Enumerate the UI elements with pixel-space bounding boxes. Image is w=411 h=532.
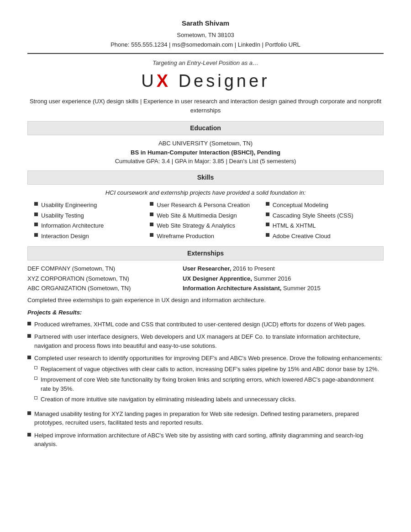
bullet-square-icon [266,213,269,216]
skill-item: Conceptual Modeling [266,201,377,210]
bullet-main-text: Helped improve information architecture … [34,432,363,448]
project-bullet: Partnered with user interface designers,… [27,332,384,350]
skill-label: Information Architecture [41,221,104,230]
skill-label: User Research & Persona Creation [157,201,250,210]
skills-columns: Usability EngineeringUsability TestingIn… [27,201,384,242]
bullet-square-icon [266,202,269,206]
skill-label: Web Site Strategy & Analytics [157,221,235,230]
skills-list-1: Usability EngineeringUsability TestingIn… [34,201,145,240]
bullet-square-icon [27,433,31,436]
sub-bullet-text: Replacement of vague objectives with cle… [41,365,379,374]
ext-role-bold: Information Architecture Assistant, [183,285,281,292]
bullet-text: Completed user research to identify oppo… [34,354,384,406]
skill-label: Wireframe Production [157,232,214,241]
sub-bullet: Replacement of vague objectives with cle… [34,365,384,374]
bullet-main-text: Completed user research to identify oppo… [34,355,382,362]
skill-item: Cascading Style Sheets (CSS) [266,211,377,220]
bullet-square-icon [150,202,153,206]
bullet-square-icon [150,223,153,226]
bullet-main-text: Managed usability testing for XYZ landin… [34,410,359,426]
edu-school: ABC UNIVERSITY (Sometown, TN) [27,139,384,148]
bullet-square-icon [34,213,38,216]
sub-bullet-text: Improvement of core Web site functionali… [41,375,384,393]
skill-label: HTML & XHTML [273,221,316,230]
bullet-square-icon [27,334,31,338]
bullet-text: Partnered with user interface designers,… [34,332,384,350]
tagline-text: Targeting an Entry-Level Position as a… [27,59,384,68]
ext-role-rest: Summer 2016 [252,275,291,282]
skill-item: Wireframe Production [150,232,261,241]
skill-item: Adobe Creative Cloud [266,232,377,241]
bullet-square-icon [266,233,269,237]
sub-bullet-text: Creation of more intuitive site navigati… [41,395,296,404]
bullet-square-icon [34,233,38,237]
bullet-square-icon [150,213,153,216]
ux-title: UX Designer [27,68,384,94]
bullet-square-icon [27,322,31,325]
projects-header: Projects & Results: [27,308,384,317]
header-divider [27,53,384,54]
externship-row: XYZ CORPORATION (Sometown, TN)UX Designe… [27,274,384,283]
project-bullet: Completed user research to identify oppo… [27,354,384,406]
skill-item: Usability Engineering [34,201,145,210]
externship-row: DEF COMPANY (Sometown, TN)User Researche… [27,264,384,273]
skill-label: Cascading Style Sheets (CSS) [273,211,353,220]
bullet-main-text: Partnered with user interface designers,… [34,333,360,349]
sub-bullets-list: Replacement of vague objectives with cle… [34,365,384,404]
skills-col-2: User Research & Persona CreationWeb Site… [148,201,263,242]
sub-bullet-square-icon [34,377,37,380]
skill-item: Information Architecture [34,221,145,230]
skills-section-header: Skills [27,170,384,185]
title-x: X [157,71,171,90]
candidate-name: Sarath Shivam [27,18,384,29]
ext-role-bold: UX Designer Apprentice, [183,275,252,282]
title-designer: Designer [171,71,270,90]
projects-bullets-list: Produced wireframes, XHTML code and CSS … [27,320,384,449]
bullet-square-icon [27,356,31,359]
project-bullet: Helped improve information architecture … [27,431,384,449]
bullet-square-icon [34,202,38,206]
ext-role: User Researcher, 2016 to Present [183,264,384,273]
skill-label: Usability Testing [41,211,84,220]
bullet-text: Produced wireframes, XHTML code and CSS … [34,320,384,329]
skills-col-1: Usability EngineeringUsability TestingIn… [32,201,148,242]
skill-item: HTML & XHTML [266,221,377,230]
skill-label: Web Site & Multimedia Design [157,211,237,220]
ext-role: UX Designer Apprentice, Summer 2016 [183,274,384,283]
edu-degree: BS in Human-Computer Interaction (BSHCI)… [27,148,384,157]
externship-row: ABC ORGANIZATION (Sometown, TN)Informati… [27,284,384,293]
skill-label: Conceptual Modeling [273,201,328,210]
project-bullet: Managed usability testing for XYZ landin… [27,410,384,427]
project-bullet: Produced wireframes, XHTML code and CSS … [27,320,384,329]
skill-item: Usability Testing [34,211,145,220]
bullet-main-text: Produced wireframes, XHTML code and CSS … [34,321,366,328]
candidate-location: Sometown, TN 38103 [27,31,384,40]
candidate-contact: Phone: 555.555.1234 | ms@somedomain.com … [27,40,384,49]
ext-role-bold: User Researcher, [183,265,231,272]
sub-bullet-square-icon [34,366,37,369]
bullet-square-icon [27,411,31,415]
sub-bullet-square-icon [34,396,37,399]
skills-intro: HCI coursework and externship projects h… [27,188,384,197]
ux-subtitle: Strong user experience (UX) design skill… [27,97,384,115]
bullet-text: Managed usability testing for XYZ landin… [34,410,384,427]
edu-gpa: Cumulative GPA: 3.4 | GPA in Major: 3.85… [27,157,384,166]
sub-bullet: Improvement of core Web site functionali… [34,375,384,393]
skills-list-2: User Research & Persona CreationWeb Site… [150,201,261,240]
ext-role: Information Architecture Assistant, Summ… [183,284,384,293]
bullet-square-icon [266,223,269,226]
skill-item: User Research & Persona Creation [150,201,261,210]
resume-header: Sarath Shivam Sometown, TN 38103 Phone: … [27,18,384,49]
externships-table: DEF COMPANY (Sometown, TN)User Researche… [27,264,384,293]
sub-bullet: Creation of more intuitive site navigati… [34,395,384,404]
skill-item: Web Site Strategy & Analytics [150,221,261,230]
title-u: U [141,71,156,90]
ext-role-rest: 2016 to Present [231,265,274,272]
bullet-square-icon [150,233,153,237]
skill-item: Web Site & Multimedia Design [150,211,261,220]
education-section-header: Education [27,121,384,135]
externships-section-header: Externships [27,246,384,261]
skills-list-3: Conceptual ModelingCascading Style Sheet… [266,201,377,240]
bullet-text: Helped improve information architecture … [34,431,384,449]
skill-label: Adobe Creative Cloud [273,232,331,241]
